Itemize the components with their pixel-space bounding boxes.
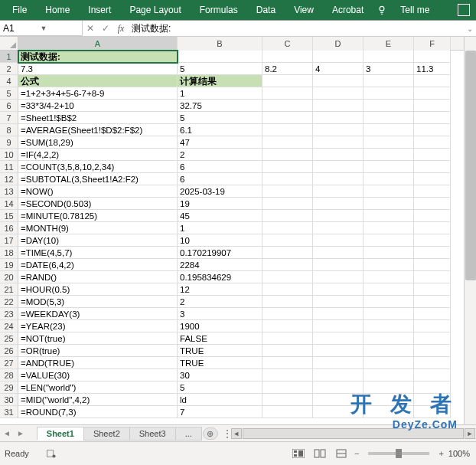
cell[interactable]	[364, 308, 414, 320]
cell[interactable]	[364, 75, 414, 87]
cell[interactable]	[364, 185, 414, 198]
cancel-icon[interactable]: ✕	[83, 23, 98, 34]
col-header-E[interactable]: E	[364, 37, 414, 51]
ribbon-tab-acrobat[interactable]: Acrobat	[324, 0, 371, 20]
cell[interactable]	[414, 308, 451, 320]
cell[interactable]: =AND(TRUE)	[18, 357, 178, 369]
zoom-slider[interactable]	[368, 452, 429, 455]
zoom-thumb[interactable]	[396, 449, 402, 458]
cell[interactable]	[262, 87, 313, 100]
cell[interactable]: 1	[178, 222, 262, 234]
cell[interactable]	[364, 124, 414, 136]
cell[interactable]	[313, 345, 364, 357]
cell[interactable]: =IF(4,2,2)	[18, 149, 178, 161]
cell[interactable]	[262, 271, 313, 283]
col-header-A[interactable]: A	[18, 37, 178, 51]
cell[interactable]: 2284	[178, 259, 262, 271]
cell[interactable]	[262, 112, 313, 124]
cell[interactable]	[313, 332, 364, 345]
cell[interactable]	[414, 51, 451, 63]
ribbon-tab-home[interactable]: Home	[37, 0, 77, 20]
cell[interactable]: =NOW()	[18, 185, 178, 198]
normal-view-icon[interactable]	[290, 447, 307, 460]
cell[interactable]	[364, 369, 414, 381]
cell[interactable]	[414, 296, 451, 308]
row-header[interactable]: 6	[0, 100, 18, 112]
cell[interactable]	[364, 320, 414, 332]
cell[interactable]	[262, 124, 313, 136]
cell[interactable]	[313, 369, 364, 381]
cell[interactable]	[262, 185, 313, 198]
cell[interactable]: =RAND()	[18, 271, 178, 283]
cell[interactable]: =OR(true)	[18, 345, 178, 357]
cell[interactable]	[414, 234, 451, 247]
cell[interactable]: 10	[178, 234, 262, 247]
cell[interactable]	[364, 210, 414, 222]
cell[interactable]	[364, 149, 414, 161]
cell[interactable]	[414, 210, 451, 222]
cell[interactable]	[313, 173, 364, 185]
sheet-tab-more[interactable]: ...	[175, 427, 202, 440]
row-header[interactable]: 7	[0, 112, 18, 124]
tab-nav-next[interactable]: ►	[14, 429, 28, 437]
row-header[interactable]: 20	[0, 271, 18, 283]
cell[interactable]	[262, 234, 313, 247]
col-header-C[interactable]: C	[262, 37, 313, 51]
cell[interactable]	[262, 149, 313, 161]
cell[interactable]: 8.2	[262, 63, 313, 75]
cell[interactable]	[262, 161, 313, 173]
cell[interactable]: 19	[178, 198, 262, 210]
cell[interactable]	[262, 332, 313, 345]
row-header[interactable]: 26	[0, 345, 18, 357]
cell[interactable]	[262, 369, 313, 381]
ribbon-tab-file[interactable]: File	[5, 0, 34, 20]
cell[interactable]	[364, 406, 414, 418]
cell[interactable]	[313, 406, 364, 418]
row-header[interactable]: 16	[0, 222, 18, 234]
cell[interactable]	[364, 173, 414, 185]
cell[interactable]: TRUE	[178, 345, 262, 357]
cell[interactable]: 0.195834629	[178, 271, 262, 283]
cell[interactable]	[262, 259, 313, 271]
accept-icon[interactable]: ✓	[98, 23, 113, 34]
row-header[interactable]: 11	[0, 161, 18, 173]
cell[interactable]: 3	[178, 308, 262, 320]
cell[interactable]	[262, 75, 313, 87]
cell[interactable]	[313, 271, 364, 283]
cell[interactable]	[313, 124, 364, 136]
cell[interactable]	[414, 173, 451, 185]
page-layout-view-icon[interactable]	[311, 447, 328, 460]
ribbon-tab-tellme[interactable]: Tell me	[393, 0, 437, 20]
cell[interactable]	[364, 259, 414, 271]
cell[interactable]: FALSE	[178, 332, 262, 345]
row-header[interactable]: 23	[0, 308, 18, 320]
cell[interactable]: 47	[178, 136, 262, 149]
row-header[interactable]: 25	[0, 332, 18, 345]
cell[interactable]	[414, 136, 451, 149]
fx-icon[interactable]: fx	[113, 23, 129, 34]
cell[interactable]	[313, 283, 364, 296]
cell[interactable]: 6.1	[178, 124, 262, 136]
row-header[interactable]: 4	[0, 75, 18, 87]
cell[interactable]: =MONTH(9)	[18, 222, 178, 234]
page-break-view-icon[interactable]	[333, 447, 350, 460]
row-header[interactable]: 15	[0, 210, 18, 222]
cell[interactable]	[313, 259, 364, 271]
cell[interactable]: 3	[364, 63, 414, 75]
horizontal-scrollbar[interactable]: ⋮ ◄ ►	[218, 428, 476, 439]
cell[interactable]	[364, 394, 414, 406]
vertical-scrollbar[interactable]	[464, 37, 476, 424]
cell[interactable]: 2	[178, 296, 262, 308]
select-all-corner[interactable]	[0, 37, 18, 51]
sheet-tab-3[interactable]: Sheet3	[129, 427, 176, 440]
row-header[interactable]: 12	[0, 173, 18, 185]
cell[interactable]: 11.3	[414, 63, 451, 75]
name-box[interactable]: A1 ▼	[0, 21, 83, 36]
cell[interactable]: =YEAR(23)	[18, 320, 178, 332]
cell[interactable]	[414, 320, 451, 332]
expand-formula-icon[interactable]: ⌄	[464, 25, 476, 33]
cell[interactable]	[414, 259, 451, 271]
cell[interactable]	[414, 185, 451, 198]
cell[interactable]: 5	[178, 112, 262, 124]
cell[interactable]	[262, 406, 313, 418]
